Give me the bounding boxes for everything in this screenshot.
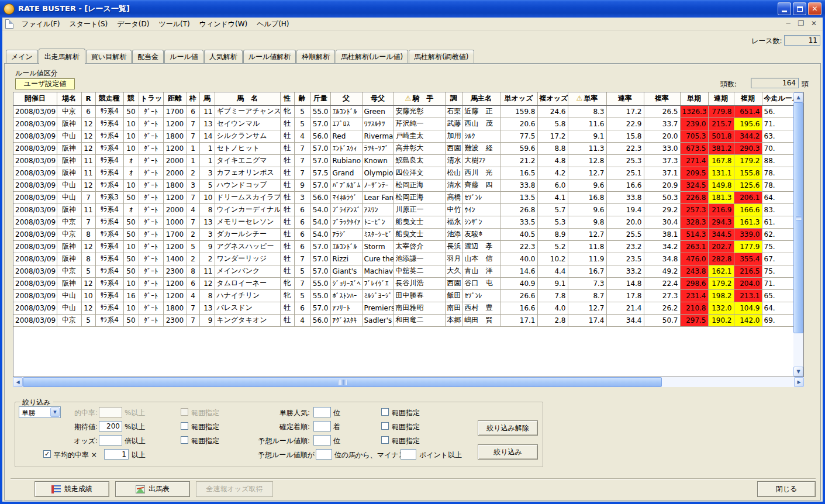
scroll-left-button[interactable]: ◀ <box>13 377 23 387</box>
menu-data[interactable]: データ(D) <box>112 18 154 31</box>
tab-bet-analysis[interactable]: 買い目解析 <box>86 50 132 64</box>
table-cell: ﾀﾞｰﾄ <box>139 289 163 302</box>
race-results-button[interactable]: 競走成績 <box>34 481 109 497</box>
column-header-25[interactable]: 複期 <box>734 92 762 105</box>
column-header-22[interactable]: 複率 <box>644 92 680 105</box>
range-checkbox-4[interactable] <box>381 408 389 416</box>
race-row[interactable]: 2008/03/09中山12ｻﾗ系410ﾀﾞｰﾄ1800713バレスドン牡657… <box>13 302 793 314</box>
horizontal-scroll-thumb[interactable] <box>23 377 662 387</box>
range-checkbox-2[interactable] <box>181 422 188 430</box>
avg-hit-rate-checkbox[interactable]: ✓ <box>43 450 51 458</box>
race-row[interactable]: 2008/03/09中山7ｻﾗ系350ﾀﾞｰﾄ1200710ドリームスカイラブ牡… <box>13 191 793 203</box>
column-header-15[interactable]: ⚠騎 手 <box>393 92 445 105</box>
scroll-up-button[interactable]: ▲ <box>793 92 803 102</box>
range-checkbox-5[interactable] <box>381 422 389 430</box>
column-header-2[interactable]: R <box>81 92 95 105</box>
table-cell: 4.4 <box>537 265 568 277</box>
tab-post-position-analysis[interactable]: 枠順解析 <box>296 50 335 64</box>
race-row[interactable]: 2008/03/09中山12ｻﾗ系410ﾀﾞｰﾄ1800714シルクランサム牡4… <box>13 130 793 142</box>
apply-filter-button[interactable]: 絞り込み <box>478 444 538 460</box>
user-setting-button[interactable]: ユーザ設定値 <box>15 78 75 89</box>
race-row[interactable]: 2008/03/09中山12ｻﾗ系410ﾀﾞｰﾄ180035ハウンドコップ牡95… <box>13 179 793 191</box>
race-row[interactable]: 2008/03/09阪神11ｻﾗ系4ｵﾀﾞｰﾄ200023カフェオリンポス牡75… <box>13 167 793 179</box>
scroll-down-button[interactable]: ▼ <box>793 367 803 377</box>
mdi-close-button[interactable]: ✕ <box>809 20 819 28</box>
column-header-8[interactable]: 馬 <box>199 92 215 105</box>
menu-tools[interactable]: ツール(T) <box>154 18 194 31</box>
menu-start[interactable]: スタート(S) <box>64 18 112 31</box>
menu-window[interactable]: ウィンドウ(W) <box>195 18 253 31</box>
scroll-right-button[interactable]: ▶ <box>794 377 804 387</box>
column-header-20[interactable]: ⚠単率 <box>568 92 606 105</box>
race-row[interactable]: 2008/03/09阪神11ｻﾗ系4ｵﾀﾞｰﾄ200011タイキエニグマ牡757… <box>13 154 793 167</box>
race-row[interactable]: 2008/03/09中京5ｻﾗ系450ﾀﾞｰﾄ230079キングタキオン牡456… <box>13 314 793 326</box>
range-checkbox-3[interactable] <box>181 436 188 444</box>
win-popularity-input[interactable] <box>313 407 331 417</box>
race-row[interactable]: 2008/03/09中京8ｻﾗ系450ﾀﾞｰﾄ170023ダカールシチー牡654… <box>13 228 793 240</box>
rule-cond-rank-input[interactable] <box>316 449 332 460</box>
horizontal-scrollbar[interactable]: ◀ ▶ <box>13 377 804 387</box>
column-header-1[interactable]: 場名 <box>57 92 81 105</box>
column-header-17[interactable]: 馬主名 <box>462 92 500 105</box>
vertical-scrollbar[interactable]: ▲ ▼ <box>793 92 803 377</box>
vertical-scroll-thumb[interactable] <box>793 102 803 333</box>
tab-runner-analysis[interactable]: 出走馬解析 <box>39 49 85 64</box>
column-header-19[interactable]: 複オッズ <box>537 92 568 105</box>
tab-payout[interactable]: 配当金 <box>132 50 164 64</box>
race-row[interactable]: 2008/03/09阪神11ｻﾗ系4ｵﾀﾞｰﾄ200048ウインカーディナル牡6… <box>13 203 793 216</box>
menu-file[interactable]: ファイル(F) <box>17 18 64 31</box>
column-header-5[interactable]: トラッ <box>139 92 163 105</box>
close-button[interactable]: ✕ <box>808 2 821 15</box>
tab-horse-column-rule[interactable]: 馬柱解析(ルール値) <box>336 50 408 64</box>
hit-rate-input[interactable] <box>99 407 122 417</box>
race-row[interactable]: 2008/03/09阪神12ｻﾗ系410ﾀﾞｰﾄ1200612タムロイーネー牝7… <box>13 277 793 289</box>
race-row[interactable]: 2008/03/09阪神12ｻﾗ系410ﾀﾞｰﾄ1200713セイウンマル牡55… <box>13 118 793 130</box>
column-header-14[interactable]: 母父 <box>362 92 393 105</box>
finish-order-input[interactable] <box>313 421 331 431</box>
column-header-16[interactable]: 調 <box>445 92 462 105</box>
column-header-0[interactable]: 開催日 <box>13 92 57 105</box>
race-row[interactable]: 2008/03/09阪神8ｻﾗ系450ﾀﾞｰﾄ140022ワンダーリッジ牡757… <box>13 253 793 265</box>
race-row[interactable]: 2008/03/09中京5ｻﾗ系450ﾀﾞｰﾄ2300811メインバンク牡557… <box>13 265 793 277</box>
column-header-4[interactable]: 競 <box>123 92 139 105</box>
column-header-21[interactable]: 連率 <box>606 92 644 105</box>
race-row[interactable]: 2008/03/09中京7ｻﾗ系450ﾀﾞｰﾄ1000713メモリーセレソン牡6… <box>13 216 793 228</box>
column-header-23[interactable]: 単期 <box>680 92 708 105</box>
avg-hit-rate-input[interactable]: 1 <box>104 449 129 460</box>
range-checkbox-6[interactable] <box>381 436 389 444</box>
expected-value-input[interactable]: 200 <box>99 421 122 431</box>
column-header-9[interactable]: 馬 名 <box>215 92 280 105</box>
race-row[interactable]: 2008/03/09阪神12ｻﾗ系410ﾀﾞｰﾄ120059アグネスハッピー牡6… <box>13 240 793 253</box>
close-window-button[interactable]: 閉じる <box>757 481 816 497</box>
column-header-18[interactable]: 単オッズ <box>500 92 537 105</box>
minimize-button[interactable] <box>778 2 791 15</box>
column-header-12[interactable]: 斤量 <box>310 92 330 105</box>
race-row[interactable]: 2008/03/09中京6ｻﾗ系450ﾀﾞｰﾄ1700611ギブミーアチャンス牝… <box>13 105 793 118</box>
mdi-minimize-button[interactable]: ─ <box>783 20 793 28</box>
mdi-restore-button[interactable]: ❐ <box>796 20 806 28</box>
tab-popularity-analysis[interactable]: 人気解析 <box>204 50 243 64</box>
entry-table-button[interactable]: 出馬表 <box>115 481 190 497</box>
race-row[interactable]: 2008/03/09阪神12ｻﾗ系410ﾀﾞｰﾄ120011セトノヒット牡757… <box>13 142 793 154</box>
menu-help[interactable]: ヘルプ(H) <box>252 18 294 31</box>
range-checkbox-1[interactable] <box>181 408 188 416</box>
column-header-7[interactable]: 枠 <box>187 92 199 105</box>
table-cell: 11 <box>199 265 215 277</box>
odds-input[interactable] <box>99 435 122 446</box>
column-header-11[interactable]: 齢 <box>294 92 310 105</box>
maximize-button[interactable] <box>793 2 806 15</box>
rule-rank-input[interactable] <box>313 435 331 446</box>
column-header-26[interactable]: 今走ルール値 <box>762 92 793 105</box>
column-header-6[interactable]: 距離 <box>163 92 187 105</box>
tab-rule-value[interactable]: ルール値 <box>164 50 203 64</box>
column-header-10[interactable]: 性 <box>280 92 294 105</box>
tab-rule-value-analysis[interactable]: ルール値解析 <box>243 50 296 64</box>
column-header-3[interactable]: 競走種 <box>95 92 123 105</box>
clear-filter-button[interactable]: 絞り込み解除 <box>478 420 538 436</box>
column-header-24[interactable]: 連期 <box>708 92 734 105</box>
race-row[interactable]: 2008/03/09中山10ｻﾗ系416ﾀﾞｰﾄ120048ハナイチリン牝555… <box>13 289 793 302</box>
column-header-13[interactable]: 父 <box>330 92 362 105</box>
tab-main[interactable]: メイン <box>6 50 38 64</box>
tab-horse-column-training[interactable]: 馬柱解析(調教値) <box>409 50 474 64</box>
rule-cond-points-input[interactable] <box>401 449 416 460</box>
